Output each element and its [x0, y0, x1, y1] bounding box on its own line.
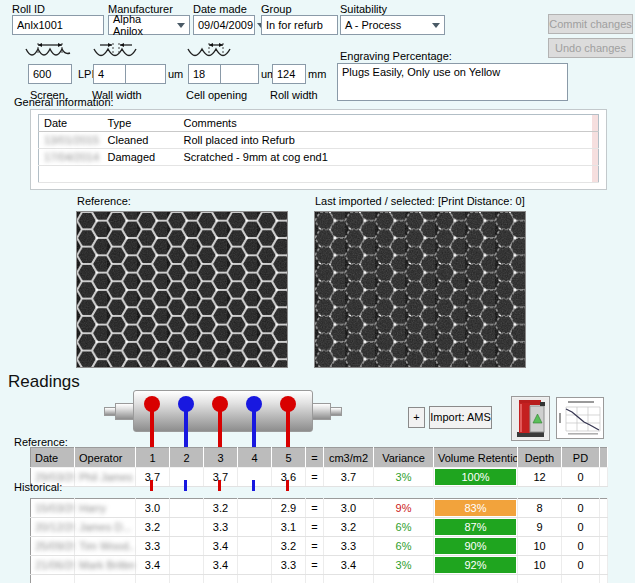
probe-tick: [286, 480, 289, 491]
cell-cm3: 3.7: [324, 468, 374, 487]
cell-eq: =: [306, 556, 324, 575]
probe-pin-stem: [150, 410, 154, 448]
group-label: Group: [261, 3, 292, 15]
cell-r1: 3.0: [136, 499, 170, 518]
retention-graph-button[interactable]: [556, 397, 604, 439]
table-row: [31, 575, 608, 583]
col-date: Date: [31, 448, 75, 468]
cell-depth: 10: [518, 537, 562, 556]
ams-device-button[interactable]: [511, 396, 550, 441]
cell-pd: 0: [562, 537, 600, 556]
table-row[interactable]: 13/01/2015 Cleaned Roll placed into Refu…: [39, 132, 599, 149]
table-row[interactable]: 29/03/2014 Phil James 3.7 3.7 3.6 = 3.7 …: [31, 468, 608, 487]
manufacturer-value: Alpha Anilox: [113, 13, 173, 37]
gi-type: Damaged: [103, 149, 179, 166]
table-row[interactable]: 17/04/2014 Damaged Scratched - 9mm at co…: [39, 149, 599, 166]
gi-date: 13/01/2015: [39, 132, 103, 149]
group-input[interactable]: [261, 15, 338, 35]
cell-r4: [238, 556, 272, 575]
cell-date: 25/09/2014: [31, 537, 75, 556]
cell-depth: 10: [518, 556, 562, 575]
engraving-percentage-textarea[interactable]: Plugs Easily, Only use on Yellow: [337, 63, 568, 101]
cell-operator: Phil James: [75, 468, 136, 487]
cell-filler: [600, 537, 608, 556]
cell-r2: [170, 537, 204, 556]
cell-pd: 0: [562, 518, 600, 537]
imported-cell-image: [314, 211, 526, 368]
add-reading-button[interactable]: +: [408, 407, 425, 428]
reference-cell-image: [76, 211, 288, 368]
cell-cm3: 3.4: [324, 556, 374, 575]
cell-r2: [170, 518, 204, 537]
roll-width-unit: mm: [308, 68, 326, 80]
col-filler: [600, 448, 608, 468]
import-ams-button[interactable]: Import: AMS: [429, 406, 492, 429]
cell-opening-input[interactable]: [188, 64, 221, 84]
probe-tick: [252, 480, 255, 491]
date-made-value: 09/04/2009: [198, 19, 253, 31]
roller-stub-left: [115, 403, 134, 420]
engraving-percentage-label: Engraving Percentage:: [340, 50, 452, 62]
col-cm3m2: cm3/m2: [324, 448, 374, 468]
cell-operator: James D...: [75, 518, 136, 537]
cell-operator: Harry: [75, 499, 136, 518]
roller-shaft-right: [330, 407, 342, 416]
gi-col-date: Date: [39, 115, 103, 132]
cell-date: 20/12/2014: [31, 518, 75, 537]
date-made-label: Date made: [193, 3, 247, 15]
table-row[interactable]: 20/12/2014 James D... 3.2 3.3 3.1 = 3.2 …: [31, 518, 608, 537]
reference-readings-table[interactable]: Date Operator 1 2 3 4 5 = cm3/m2 Varianc…: [30, 447, 608, 487]
commit-changes-button[interactable]: Commit changes: [548, 14, 633, 34]
manufacturer-select[interactable]: Alpha Anilox: [108, 15, 190, 35]
cell-variance: 9%: [374, 499, 434, 518]
roll-id-label: Roll ID: [12, 3, 45, 15]
ams-device-icon: [513, 398, 548, 439]
cell-variance: 3%: [374, 468, 434, 487]
wall-width-input-2[interactable]: [125, 64, 166, 84]
cell-r3: 3.2: [204, 499, 238, 518]
cell-opening-icon: [184, 42, 236, 62]
cell-retention: 87%: [434, 518, 518, 537]
roll-id-input[interactable]: [12, 15, 104, 35]
cell-r3: 3.4: [204, 537, 238, 556]
table-row[interactable]: 21/06/2014 Mark Britten 3.4 3.4 3.3 = 3.…: [31, 556, 608, 575]
gi-comments: Scratched - 9mm at cog end1: [179, 149, 592, 166]
roll-width-caption: Roll width: [270, 89, 318, 101]
cell-r3: 3.3: [204, 518, 238, 537]
probe-pin-stem: [184, 410, 188, 448]
cell-filler: [600, 468, 608, 487]
cell-r2: [170, 499, 204, 518]
cell-opening-input-2[interactable]: [220, 64, 259, 84]
cell-r4: [238, 518, 272, 537]
wall-width-input[interactable]: [93, 64, 126, 84]
gi-col-comments: Comments: [179, 115, 592, 132]
table-row[interactable]: 15/03/2015 Harry 3.0 3.2 2.9 = 3.0 9% 83…: [31, 499, 608, 518]
general-information-table[interactable]: Date Type Comments 13/01/2015 Cleaned Ro…: [38, 114, 599, 183]
cell-pd: 0: [562, 556, 600, 575]
gi-type: Cleaned: [103, 132, 179, 149]
chevron-down-icon: [432, 23, 440, 28]
imported-image-label: Last imported / selected: [Print Distanc…: [315, 195, 525, 207]
screen-pitch-icon: [24, 42, 76, 62]
historical-readings-table[interactable]: 15/03/2015 Harry 3.0 3.2 2.9 = 3.0 9% 83…: [30, 498, 608, 583]
undo-changes-button[interactable]: Undo changes: [548, 38, 633, 58]
screen-input[interactable]: [28, 64, 72, 84]
roll-width-input[interactable]: [272, 64, 306, 84]
table-row[interactable]: 25/09/2014 Tim Wood... 3.3 3.4 3.2 = 3.3…: [31, 537, 608, 556]
retention-badge: 90%: [435, 538, 516, 554]
gi-comments: Roll placed into Refurb: [179, 132, 592, 149]
suitability-select[interactable]: A - Process: [340, 15, 445, 35]
col-1: 1: [136, 448, 170, 468]
gi-side-strip: [592, 149, 599, 166]
cell-r4: [238, 499, 272, 518]
cell-cm3: 3.2: [324, 518, 374, 537]
cell-cm3: 3.3: [324, 537, 374, 556]
suitability-label: Suitability: [340, 3, 387, 15]
cell-date: 15/03/2015: [31, 499, 75, 518]
cell-r1: 3.2: [136, 518, 170, 537]
probe-tick: [150, 480, 153, 491]
readings-title: Readings: [8, 372, 80, 392]
date-made-select[interactable]: 09/04/2009: [193, 15, 255, 35]
cell-pd: 0: [562, 468, 600, 487]
cell-filler: [600, 556, 608, 575]
